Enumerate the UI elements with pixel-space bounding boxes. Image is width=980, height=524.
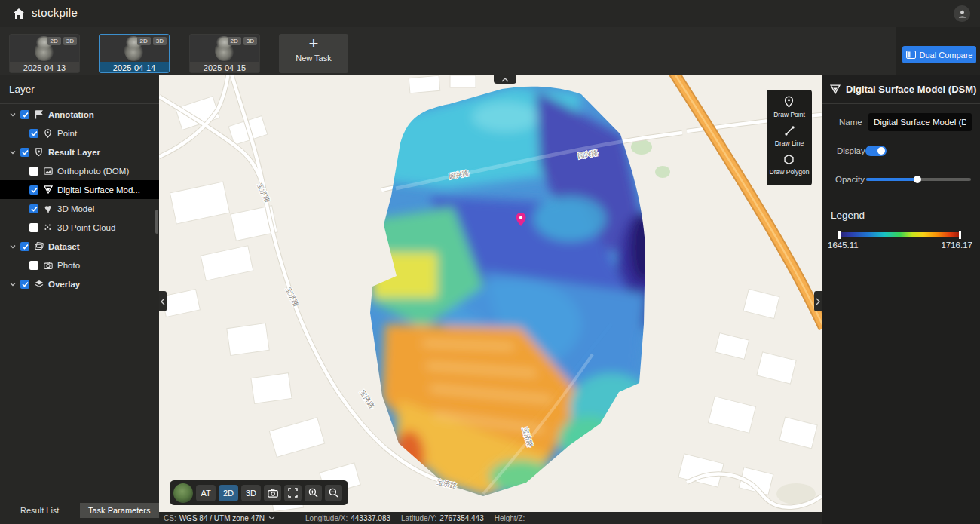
tree-label: Orthophoto (DOM)	[57, 167, 129, 176]
tree-item-photo[interactable]: Photo	[0, 256, 159, 274]
tree-item-point[interactable]: Point	[0, 124, 159, 142]
inspector-header: Digital Surface Model (DSM)	[822, 75, 980, 103]
tree-label: 3D Point Cloud	[57, 223, 115, 232]
checkbox-unchecked[interactable]	[29, 223, 38, 232]
tree-item-annotation[interactable]: Annotation	[0, 105, 159, 124]
tree-item-dsm[interactable]: Digital Surface Mod...	[0, 180, 159, 199]
height-label: Height/Z:	[495, 514, 525, 522]
chevron-down-icon[interactable]	[9, 280, 17, 288]
tree-label: Annotation	[48, 110, 94, 119]
tree-item-result-layer[interactable]: Result Layer	[0, 142, 159, 161]
task-card-selected[interactable]: 2D 3D 2025-04-14	[99, 34, 170, 73]
zoom-in-button[interactable]	[305, 485, 322, 501]
badge-2d[interactable]: 2D	[137, 37, 151, 45]
chevron-down-icon	[268, 516, 275, 520]
fit-view-button[interactable]	[284, 485, 302, 501]
display-label: Display	[837, 146, 865, 155]
legend-title: Legend	[831, 210, 865, 221]
chevron-down-icon[interactable]	[9, 149, 17, 156]
divider	[0, 103, 159, 104]
map-viewport[interactable]: 园兴路 园兴路 宝济路 宝济路 宝济路 宝济路 宝济路 Draw Point	[159, 75, 822, 512]
view-button-3d[interactable]: 3D	[241, 485, 261, 501]
tree-item-3d-point-cloud[interactable]: 3D Point Cloud	[0, 218, 159, 237]
badge-2d[interactable]: 2D	[228, 37, 241, 45]
view-button-2d[interactable]: 2D	[219, 485, 238, 501]
orthophoto-icon	[43, 166, 53, 176]
draw-point-tool[interactable]: Draw Point	[773, 96, 805, 118]
new-task-button[interactable]: + New Task	[279, 34, 348, 73]
pin-icon	[43, 128, 53, 138]
slider-thumb[interactable]	[914, 176, 921, 183]
chevron-left-icon	[161, 298, 165, 305]
chevron-down-icon[interactable]	[9, 111, 17, 118]
opacity-slider[interactable]	[866, 178, 971, 181]
tree-label: Result Layer	[48, 148, 100, 157]
coordinate-system-selector[interactable]: CS: WGS 84 / UTM zone 47N	[164, 514, 275, 522]
zoom-out-button[interactable]	[325, 485, 342, 501]
chevron-up-icon	[501, 78, 509, 82]
checkbox-checked[interactable]	[29, 204, 38, 213]
task-card[interactable]: 2D 3D 2025-04-15	[189, 34, 260, 73]
sidebar-scrollbar[interactable]	[155, 210, 158, 234]
basemap-switcher[interactable]	[173, 483, 193, 503]
checkbox-unchecked[interactable]	[29, 167, 38, 176]
legend-tick-max	[959, 231, 961, 239]
divider	[822, 103, 980, 104]
cs-value: WGS 84 / UTM zone 47N	[179, 514, 265, 522]
badge-3d[interactable]: 3D	[63, 37, 77, 45]
point-cloud-icon	[43, 222, 53, 232]
legend-tick-min	[838, 231, 841, 239]
checkbox-checked[interactable]	[20, 280, 29, 289]
task-thumbnail: 2D 3D	[10, 35, 79, 62]
display-toggle[interactable]	[865, 146, 887, 156]
task-card[interactable]: 2D 3D 2025-04-13	[9, 34, 80, 73]
checkbox-checked[interactable]	[20, 110, 29, 119]
name-row: Name	[822, 113, 980, 131]
draw-polygon-tool[interactable]: Draw Polygon	[770, 154, 810, 176]
user-avatar[interactable]	[954, 5, 970, 22]
checkbox-unchecked[interactable]	[29, 261, 38, 270]
tab-result-list[interactable]: Result List	[0, 503, 80, 518]
dual-compare-button[interactable]: Dual Compare	[902, 46, 976, 63]
checkbox-checked[interactable]	[20, 242, 29, 251]
draw-line-tool[interactable]: Draw Line	[775, 125, 804, 147]
screenshot-button[interactable]	[264, 485, 281, 501]
collapse-taskbar-tab[interactable]	[494, 75, 516, 84]
height-readout: Height/Z: -	[495, 514, 531, 522]
map-canvas[interactable]: 园兴路 园兴路 宝济路 宝济路 宝济路 宝济路 宝济路	[159, 75, 822, 512]
collapse-sidebar-tab[interactable]	[159, 291, 167, 311]
longitude-readout: Longitude/X: 443337.083	[305, 514, 390, 522]
draw-line-icon	[784, 125, 795, 136]
tree-label: Digital Surface Mod...	[57, 185, 140, 195]
tree-item-overlay[interactable]: Overlay	[0, 274, 159, 293]
badge-3d[interactable]: 3D	[153, 37, 167, 45]
legend-color-bar	[839, 232, 961, 237]
checkbox-checked[interactable]	[20, 148, 29, 157]
view-button-at[interactable]: AT	[196, 485, 216, 501]
badge-2d[interactable]: 2D	[47, 37, 61, 45]
task-date: 2025-04-14	[100, 62, 169, 73]
fit-view-icon	[288, 488, 298, 498]
tree-label: Photo	[57, 261, 80, 270]
task-date: 2025-04-15	[190, 62, 259, 73]
collapse-inspector-tab[interactable]	[814, 291, 822, 311]
chevron-down-icon[interactable]	[9, 243, 17, 250]
draw-polygon-label: Draw Polygon	[770, 168, 810, 176]
camera-icon	[268, 489, 278, 498]
tree-item-orthophoto[interactable]: Orthophoto (DOM)	[0, 161, 159, 180]
badge-3d[interactable]: 3D	[243, 37, 257, 45]
tree-item-3d-model[interactable]: 3D Model	[0, 199, 159, 218]
height-value: -	[528, 514, 530, 522]
dual-compare-label: Dual Compare	[920, 51, 973, 60]
legend-min-value: 1645.11	[828, 241, 859, 250]
tab-task-parameters[interactable]: Task Parameters	[80, 503, 160, 518]
home-icon[interactable]	[12, 7, 26, 20]
overlay-icon	[34, 279, 44, 289]
checkbox-checked[interactable]	[29, 129, 38, 138]
app-title: stockpile	[32, 6, 78, 19]
camera-icon	[43, 260, 53, 270]
name-input[interactable]	[868, 113, 972, 131]
tree-item-dataset[interactable]: Dataset	[0, 237, 159, 256]
layer-panel-title: Layer	[9, 84, 35, 95]
checkbox-checked[interactable]	[29, 185, 38, 195]
